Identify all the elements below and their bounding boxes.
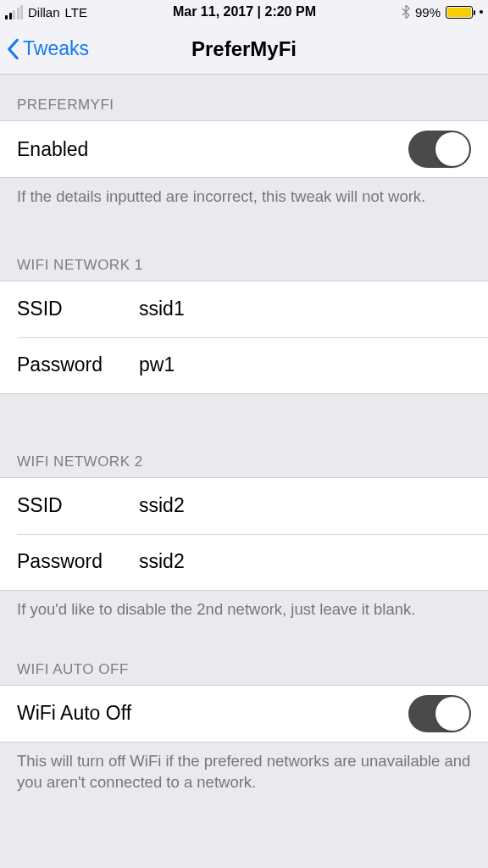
password-label: Password [17, 353, 139, 376]
nav-bar: Tweaks PreferMyFi [0, 24, 488, 75]
section-header-wifi2: WIFI NETWORK 2 [0, 394, 488, 477]
status-dot [480, 10, 483, 14]
autooff-toggle[interactable] [408, 695, 471, 732]
chevron-left-icon [7, 39, 19, 59]
ssid-label: SSID [17, 298, 139, 320]
row-wifi1-password[interactable]: Password pw1 [0, 337, 488, 393]
bluetooth-icon [402, 5, 410, 19]
row-wifi2-password[interactable]: Password ssid2 [0, 534, 488, 590]
group-autooff: WiFi Auto Off [0, 685, 488, 743]
signal-icon [5, 5, 23, 19]
row-autooff[interactable]: WiFi Auto Off [0, 686, 488, 742]
row-wifi1-ssid[interactable]: SSID ssid1 [0, 281, 488, 337]
enabled-toggle[interactable] [408, 131, 471, 168]
network-type: LTE [65, 5, 87, 19]
section-footer-autooff: This will turn off WiFi if the prefered … [0, 743, 488, 798]
row-enabled[interactable]: Enabled [0, 121, 488, 177]
section-header-prefermyfi: PREFERMYFI [0, 75, 488, 120]
ssid-label: SSID [17, 494, 139, 517]
password-label: Password [17, 550, 139, 573]
ssid-value: ssid1 [139, 298, 471, 320]
battery-icon [446, 6, 473, 19]
ssid-value: ssid2 [139, 494, 471, 517]
group-wifi2: SSID ssid2 Password ssid2 [0, 477, 488, 591]
back-button[interactable]: Tweaks [7, 37, 89, 60]
section-header-wifi1: WIFI NETWORK 1 [0, 213, 488, 281]
status-bar: Dillan LTE Mar 11, 2017 | 2:20 PM 99% [0, 0, 488, 24]
section-header-autooff: WIFI AUTO OFF [0, 626, 488, 685]
password-value: ssid2 [139, 550, 471, 573]
group-prefermyfi: Enabled [0, 120, 488, 178]
carrier-label: Dillan [28, 5, 60, 19]
group-wifi1: SSID ssid1 Password pw1 [0, 281, 488, 394]
section-footer-wifi2: If you'd like to disable the 2nd network… [0, 591, 488, 626]
password-value: pw1 [139, 353, 471, 376]
enabled-label: Enabled [17, 138, 88, 161]
section-footer-prefermyfi: If the details inputted are incorrect, t… [0, 178, 488, 213]
status-datetime: Mar 11, 2017 | 2:20 PM [173, 4, 316, 19]
autooff-label: WiFi Auto Off [17, 702, 131, 725]
row-wifi2-ssid[interactable]: SSID ssid2 [0, 478, 488, 534]
battery-percent: 99% [415, 5, 441, 19]
back-label: Tweaks [23, 37, 89, 60]
